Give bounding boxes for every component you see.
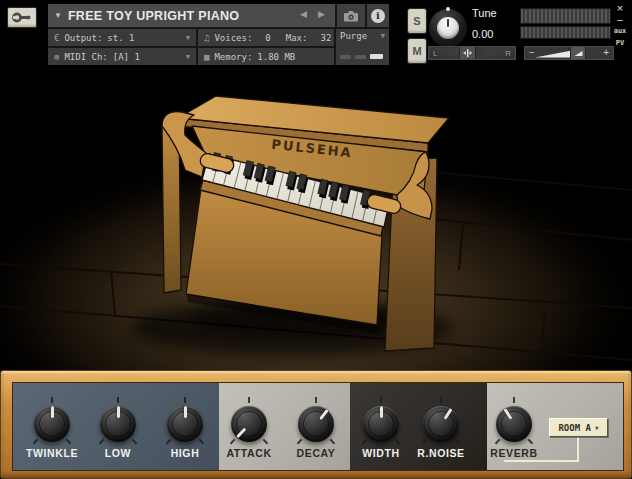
- memory-value: 1.80 MB: [257, 52, 295, 62]
- close-icon[interactable]: ×: [617, 2, 623, 14]
- window-controls: × − aux PV: [608, 2, 632, 49]
- output-selector[interactable]: € Output: st. 1 ▼: [48, 29, 196, 46]
- pan-left-label: L: [433, 49, 437, 58]
- led-bar: [355, 55, 366, 59]
- midi-channel-selector[interactable]: ⊚ MIDI Ch: [A] 1 ▼: [48, 48, 196, 65]
- reverb-connector-line: [504, 460, 579, 462]
- minimize-icon[interactable]: −: [617, 15, 623, 25]
- led-bar: [340, 55, 351, 59]
- memory-chip-icon: ▦: [204, 52, 209, 62]
- volume-handle[interactable]: [570, 47, 586, 59]
- kontakt-instrument-window: ▼ FREE TOY UPRIGHT PIANO ◀ ▶ i € Output:…: [0, 0, 632, 479]
- toy-piano-scene: PULSEHA: [0, 68, 632, 370]
- rnoise-knob[interactable]: [420, 403, 462, 445]
- next-instrument-button[interactable]: ▶: [318, 9, 325, 19]
- output-label: Output:: [64, 33, 102, 43]
- instrument-header: ▼ FREE TOY UPRIGHT PIANO ◀ ▶ i € Output:…: [0, 0, 632, 68]
- reverb-knob[interactable]: [493, 403, 535, 445]
- purge-label: Purge: [340, 31, 367, 41]
- notes-icon: ♫: [204, 33, 209, 43]
- decay-knob[interactable]: [295, 403, 337, 445]
- tune-knob-cap: [437, 17, 459, 39]
- reverb-type-value: ROOM A: [558, 423, 591, 433]
- instrument-artwork: PULSEHA: [0, 68, 632, 370]
- control-panel: TWINKLE LOW HIGH ATTACK DECAY WIDTH R.NO…: [0, 370, 632, 479]
- max-label: Max:: [286, 33, 308, 43]
- chevron-down-icon[interactable]: ▼: [54, 11, 62, 20]
- voices-value: 0: [265, 33, 270, 43]
- chevron-down-icon: ▼: [186, 34, 190, 42]
- info-button[interactable]: i: [367, 4, 389, 27]
- midi-value: [A] 1: [113, 52, 140, 62]
- output-value: st. 1: [107, 33, 134, 43]
- reverb-label: REVERB: [469, 447, 559, 459]
- instrument-titlebar[interactable]: ▼ FREE TOY UPRIGHT PIANO: [48, 4, 335, 27]
- purge-menu[interactable]: Purge ▼: [336, 29, 389, 65]
- tune-knob-indicator: [447, 19, 449, 27]
- voices-display: ♫ Voices: 0 Max: 32: [198, 29, 334, 46]
- prev-instrument-button[interactable]: ◀: [300, 9, 307, 19]
- reverb-type-dropdown[interactable]: ROOM A ▼: [549, 418, 608, 437]
- chevron-down-icon: ▼: [381, 32, 385, 40]
- voices-label: Voices:: [214, 33, 252, 43]
- edit-instrument-button[interactable]: [7, 7, 37, 28]
- info-icon: i: [371, 9, 385, 23]
- volume-slider[interactable]: − +: [524, 46, 614, 60]
- output-jack-icon: €: [54, 33, 59, 43]
- volume-wedge-icon: [574, 50, 583, 57]
- mute-button[interactable]: M: [407, 38, 427, 64]
- solo-button[interactable]: S: [407, 8, 427, 34]
- reverb-connector-line: [577, 437, 579, 462]
- pan-right-label: R: [505, 49, 511, 58]
- snapshot-button[interactable]: [337, 4, 365, 27]
- attack-knob[interactable]: [228, 403, 270, 445]
- tune-knob-notch: [446, 7, 450, 11]
- level-meter-right: [520, 26, 611, 39]
- camera-icon: [343, 10, 359, 22]
- pan-handle[interactable]: [459, 47, 476, 59]
- twinkle-knob[interactable]: [31, 403, 73, 445]
- midi-label: MIDI Ch:: [64, 52, 107, 62]
- memory-display: ▦ Memory: 1.80 MB: [198, 48, 334, 65]
- tune-knob[interactable]: [429, 9, 467, 47]
- low-knob[interactable]: [97, 403, 139, 445]
- aux-button[interactable]: aux: [614, 26, 627, 37]
- midi-plug-icon: ⊚: [54, 52, 59, 62]
- level-meter-left: [520, 8, 611, 24]
- pan-center-icon: [462, 49, 473, 57]
- high-knob[interactable]: [164, 403, 206, 445]
- load-indicator-leds: [340, 54, 385, 59]
- pv-button[interactable]: PV: [616, 38, 624, 49]
- memory-label: Memory:: [214, 52, 252, 62]
- chevron-down-icon: ▼: [595, 424, 599, 431]
- pan-slider[interactable]: L R: [428, 46, 516, 60]
- instrument-title: FREE TOY UPRIGHT PIANO: [68, 9, 239, 23]
- tune-label: Tune: [472, 7, 497, 19]
- led-bar-active: [370, 54, 383, 59]
- width-knob[interactable]: [360, 403, 402, 445]
- max-value: 32: [320, 33, 331, 43]
- tune-value: 0.00: [472, 28, 493, 40]
- wrench-icon: [12, 11, 32, 24]
- chevron-down-icon: ▼: [186, 53, 190, 61]
- instrument-header-module: ▼ FREE TOY UPRIGHT PIANO ◀ ▶ i € Output:…: [48, 4, 389, 65]
